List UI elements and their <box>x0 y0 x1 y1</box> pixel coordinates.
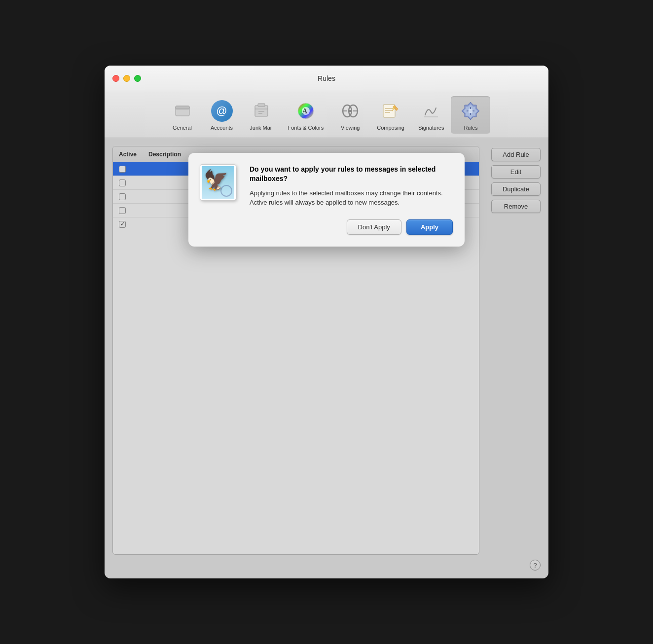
junk-mail-icon <box>250 99 273 123</box>
composing-icon <box>379 99 402 123</box>
viewing-label: Viewing <box>341 125 360 131</box>
toolbar-item-accounts[interactable]: @ Accounts <box>202 96 242 134</box>
mail-stamp-icon: 🦅 <box>200 165 240 204</box>
svg-point-26 <box>468 108 473 113</box>
fonts-colors-label: Fonts & Colors <box>288 125 324 131</box>
svg-rect-13 <box>349 110 352 112</box>
dont-apply-button[interactable]: Don't Apply <box>347 219 401 235</box>
accounts-label: Accounts <box>211 125 233 131</box>
svg-text:A: A <box>302 107 308 115</box>
general-label: General <box>173 125 192 131</box>
toolbar-item-general[interactable]: General <box>163 96 202 134</box>
minimize-button[interactable] <box>123 75 130 82</box>
rules-label: Rules <box>464 125 477 131</box>
viewing-icon <box>338 99 362 123</box>
titlebar: Rules <box>105 66 548 91</box>
fonts-colors-icon: A <box>294 99 318 123</box>
svg-rect-5 <box>258 104 265 107</box>
maximize-button[interactable] <box>134 75 141 82</box>
accounts-icon: @ <box>210 99 234 123</box>
toolbar: General @ Accounts Junk Mail <box>105 91 548 138</box>
composing-label: Composing <box>377 125 404 131</box>
close-button[interactable] <box>112 75 119 82</box>
toolbar-item-composing[interactable]: Composing <box>370 96 411 134</box>
modal-text-content: Do you want to apply your rules to messa… <box>250 165 453 208</box>
toolbar-item-junk-mail[interactable]: Junk Mail <box>242 96 281 134</box>
modal-overlay: 🦅 Do you want to apply your rules to mes… <box>105 138 548 578</box>
content-area: Active Description <box>105 138 548 578</box>
junk-mail-label: Junk Mail <box>250 125 272 131</box>
svg-rect-1 <box>176 106 189 109</box>
apply-rules-dialog: 🦅 Do you want to apply your rules to mes… <box>188 153 465 247</box>
rules-icon <box>459 99 482 123</box>
toolbar-item-rules[interactable]: Rules <box>451 96 490 134</box>
modal-body: 🦅 Do you want to apply your rules to mes… <box>200 165 453 208</box>
modal-description: Applying rules to the selected mailboxes… <box>250 188 453 208</box>
signatures-icon <box>419 99 443 123</box>
window-controls <box>112 75 141 82</box>
window-title: Rules <box>318 74 335 82</box>
toolbar-item-fonts-colors[interactable]: A Fonts & Colors <box>281 96 331 134</box>
apply-button[interactable]: Apply <box>406 219 453 235</box>
modal-title: Do you want to apply your rules to messa… <box>250 165 453 183</box>
general-icon <box>171 99 194 123</box>
toolbar-item-viewing[interactable]: Viewing <box>330 96 370 134</box>
modal-buttons: Don't Apply Apply <box>200 219 453 235</box>
toolbar-item-signatures[interactable]: Signatures <box>411 96 451 134</box>
svg-rect-3 <box>255 106 268 116</box>
main-window: Rules General @ Accounts <box>105 66 548 578</box>
signatures-label: Signatures <box>418 125 444 131</box>
